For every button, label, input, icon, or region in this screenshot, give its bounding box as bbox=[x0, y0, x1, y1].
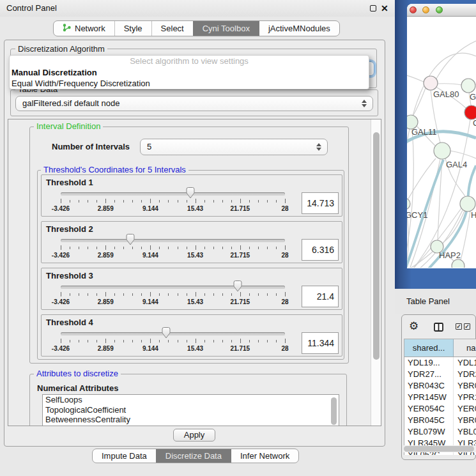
table-header-row: shared... na bbox=[404, 339, 476, 357]
slider-thumb[interactable] bbox=[125, 233, 135, 246]
slider-tick bbox=[222, 200, 223, 203]
network-edge[interactable] bbox=[436, 41, 476, 79]
cell-name[interactable]: YDR2 bbox=[454, 369, 476, 380]
network-graph[interactable]: GAL80GCGAL11GAL4GCY1HHAP2 bbox=[407, 17, 476, 268]
cell-name[interactable]: YER0 bbox=[454, 403, 476, 415]
H-node[interactable] bbox=[460, 196, 475, 211]
cell-name[interactable]: YBR0 bbox=[454, 380, 476, 392]
red-node[interactable] bbox=[464, 105, 476, 119]
slider-thumb[interactable] bbox=[185, 187, 196, 199]
checkbox-icon[interactable]: ✓ bbox=[464, 323, 470, 330]
slider-thumb[interactable] bbox=[161, 326, 171, 339]
table-hscrollbar-thumb[interactable] bbox=[404, 446, 474, 452]
table-row[interactable]: YBL079WYBL0 bbox=[404, 426, 476, 438]
network-view-window: GAL80GCGAL11GAL4GCY1HHAP2 bbox=[407, 4, 476, 268]
cell-name[interactable]: YBR0 bbox=[454, 415, 476, 426]
column-header-name[interactable]: na bbox=[454, 339, 476, 357]
cell-shared-name[interactable]: YBR045C bbox=[404, 415, 454, 426]
cell-name[interactable]: YDL1 bbox=[454, 357, 476, 369]
attribute-list-item[interactable]: TopologicalCoefficient bbox=[43, 405, 339, 415]
network-edge[interactable] bbox=[407, 75, 424, 82]
slider-tick bbox=[132, 293, 133, 296]
settings-scrollbar[interactable] bbox=[371, 119, 381, 426]
tab-discretize-data[interactable]: Discretize Data bbox=[156, 449, 231, 463]
float-window-icon[interactable] bbox=[370, 5, 376, 12]
cell-shared-name[interactable]: YBR043C bbox=[404, 380, 454, 392]
column-header-shared-name[interactable]: shared... bbox=[404, 339, 454, 357]
slider-track[interactable] bbox=[61, 332, 285, 335]
GAL4-node[interactable] bbox=[434, 142, 450, 159]
G-node[interactable] bbox=[461, 79, 475, 93]
threshold-value-field[interactable]: 21.4 bbox=[302, 286, 339, 307]
slider-tick bbox=[159, 247, 160, 249]
table-row[interactable]: YBR045CYBR0 bbox=[404, 415, 476, 426]
slider-track[interactable] bbox=[61, 239, 285, 242]
slider-thumb[interactable] bbox=[233, 280, 243, 293]
cell-shared-name[interactable]: YDL19... bbox=[404, 357, 454, 369]
tab-select[interactable]: Select bbox=[151, 21, 193, 36]
tab-jactivemnodules[interactable]: jActiveMNodules bbox=[259, 21, 339, 36]
network-edge[interactable] bbox=[413, 88, 426, 115]
numerical-attributes-label: Numerical Attributes bbox=[37, 383, 118, 393]
cell-shared-name[interactable]: YDR27... bbox=[404, 369, 454, 380]
table-row[interactable]: YPR145WYPR1 bbox=[404, 392, 476, 403]
tab-cyni-toolbox[interactable]: Cyni Toolbox bbox=[193, 21, 259, 36]
tick-label: 2.859 bbox=[98, 252, 114, 259]
table-data-combobox[interactable]: galFiltered.sif default node bbox=[15, 96, 373, 111]
dropdown-option-equal-width[interactable]: Equal Width/Frequency Discretization bbox=[10, 78, 369, 89]
tab-infer-network[interactable]: Infer Network bbox=[231, 449, 298, 463]
close-icon[interactable]: ✕ bbox=[381, 2, 388, 15]
settings-scrollbar-thumb[interactable] bbox=[373, 132, 380, 360]
slider-track[interactable] bbox=[61, 286, 285, 289]
tab-impute-data[interactable]: Impute Data bbox=[93, 449, 156, 463]
list-scrollbar-thumb[interactable] bbox=[331, 397, 337, 425]
tab-network[interactable]: Network bbox=[54, 21, 114, 36]
network-edge[interactable] bbox=[438, 84, 461, 85]
slider-tick bbox=[258, 293, 259, 296]
tab-label: Cyni Toolbox bbox=[203, 24, 250, 33]
zoom-traffic-light-icon[interactable] bbox=[436, 6, 443, 13]
close-traffic-light-icon[interactable] bbox=[410, 6, 417, 13]
app-window: Control Panel ✕ NetworkStyleSelectCyni T… bbox=[0, 0, 476, 476]
minimize-traffic-light-icon[interactable] bbox=[422, 6, 429, 13]
GCY1-node[interactable] bbox=[407, 198, 410, 210]
cell-name[interactable]: YBL0 bbox=[454, 426, 476, 438]
table-row[interactable]: YBR043CYBR0 bbox=[404, 380, 476, 392]
checkbox-icon[interactable]: ✓ bbox=[456, 323, 462, 330]
columns-icon[interactable] bbox=[434, 323, 443, 334]
number-of-intervals-spinner[interactable]: 5 bbox=[140, 139, 328, 155]
numerical-attributes-list[interactable]: SelfLoopsTopologicalCoefficientBetweenne… bbox=[42, 394, 339, 426]
attribute-list-item[interactable]: BetweennessCentrality bbox=[43, 415, 339, 425]
cell-shared-name[interactable]: YBL079W bbox=[404, 426, 454, 438]
GAL80-node[interactable] bbox=[424, 76, 438, 90]
tab-style[interactable]: Style bbox=[114, 21, 151, 36]
slider-tick bbox=[267, 200, 268, 203]
slider-tick bbox=[96, 247, 97, 249]
threshold-value-field[interactable]: 11.344 bbox=[302, 332, 339, 354]
node-label-GAL80: GAL80 bbox=[433, 89, 459, 99]
network-canvas[interactable]: GAL80GCGAL11GAL4GCY1HHAP2 bbox=[407, 17, 476, 268]
slider-tick bbox=[196, 292, 196, 296]
table-row[interactable]: YER054CYER0 bbox=[404, 403, 476, 415]
dropdown-option-manual[interactable]: Manual Discretization bbox=[10, 67, 369, 78]
threshold-value-field[interactable]: 6.316 bbox=[302, 239, 339, 261]
cell-shared-name[interactable]: YER054C bbox=[404, 403, 454, 415]
gear-icon[interactable]: ⚙ bbox=[409, 321, 418, 332]
attribute-list-item[interactable]: SelfLoops bbox=[43, 395, 339, 405]
cell-name[interactable]: YPR1 bbox=[454, 392, 476, 403]
apply-button[interactable]: Apply bbox=[173, 429, 215, 441]
slider-tick bbox=[132, 247, 133, 249]
cell-shared-name[interactable]: YPR145W bbox=[404, 392, 454, 403]
control-panel-titlebar: Control Panel ✕ bbox=[0, 0, 395, 17]
network-window-titlebar[interactable] bbox=[407, 4, 476, 17]
slider-tick bbox=[249, 200, 250, 203]
table-horizontal-scrollbar[interactable] bbox=[403, 445, 476, 452]
slider-tick bbox=[88, 293, 88, 296]
threshold-value-field[interactable]: 14.713 bbox=[302, 192, 339, 214]
dropdown-placeholder-item[interactable]: Select algorithm to view settings bbox=[10, 56, 369, 67]
table-row[interactable]: YDL19...YDL1 bbox=[404, 357, 476, 369]
slider-track[interactable] bbox=[61, 192, 285, 196]
tick-label: 15.43 bbox=[187, 252, 203, 259]
table-row[interactable]: YDR27...YDR2 bbox=[404, 369, 476, 380]
tick-label: 2.859 bbox=[98, 345, 114, 352]
